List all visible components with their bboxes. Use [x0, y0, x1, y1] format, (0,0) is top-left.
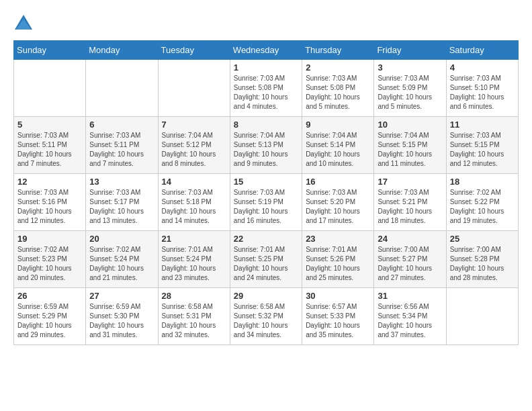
day-info: Sunrise: 7:01 AM Sunset: 5:26 PM Dayligh… [306, 245, 370, 283]
day-cell: 14Sunrise: 7:03 AM Sunset: 5:18 PM Dayli… [158, 174, 230, 231]
weekday-header-row: SundayMondayTuesdayWednesdayThursdayFrid… [14, 41, 519, 60]
day-number: 15 [234, 177, 298, 187]
day-number: 27 [89, 291, 154, 301]
day-cell: 23Sunrise: 7:01 AM Sunset: 5:26 PM Dayli… [302, 231, 374, 288]
day-info: Sunrise: 6:58 AM Sunset: 5:32 PM Dayligh… [234, 302, 298, 340]
weekday-header-monday: Monday [86, 41, 158, 60]
day-info: Sunrise: 7:04 AM Sunset: 5:15 PM Dayligh… [378, 131, 442, 169]
day-cell: 29Sunrise: 6:58 AM Sunset: 5:32 PM Dayli… [230, 288, 302, 345]
day-number: 14 [162, 177, 226, 187]
day-number: 16 [306, 177, 370, 187]
day-info: Sunrise: 6:57 AM Sunset: 5:33 PM Dayligh… [306, 302, 370, 340]
day-cell: 10Sunrise: 7:04 AM Sunset: 5:15 PM Dayli… [374, 117, 446, 174]
day-info: Sunrise: 7:04 AM Sunset: 5:14 PM Dayligh… [306, 131, 370, 169]
day-cell: 8Sunrise: 7:04 AM Sunset: 5:13 PM Daylig… [230, 117, 302, 174]
day-cell: 13Sunrise: 7:03 AM Sunset: 5:17 PM Dayli… [86, 174, 158, 231]
day-info: Sunrise: 7:03 AM Sunset: 5:08 PM Dayligh… [234, 74, 298, 111]
day-number: 9 [306, 120, 370, 130]
day-number: 8 [234, 120, 298, 130]
day-cell: 9Sunrise: 7:04 AM Sunset: 5:14 PM Daylig… [302, 117, 374, 174]
day-info: Sunrise: 7:04 AM Sunset: 5:13 PM Dayligh… [234, 131, 298, 169]
day-number: 28 [162, 291, 226, 301]
week-row-3: 12Sunrise: 7:03 AM Sunset: 5:16 PM Dayli… [14, 174, 519, 231]
day-number: 13 [89, 177, 154, 187]
logo [13, 13, 35, 34]
day-cell: 26Sunrise: 6:59 AM Sunset: 5:29 PM Dayli… [14, 288, 86, 345]
day-number: 31 [378, 291, 442, 301]
day-info: Sunrise: 7:03 AM Sunset: 5:09 PM Dayligh… [378, 74, 442, 111]
day-cell: 30Sunrise: 6:57 AM Sunset: 5:33 PM Dayli… [302, 288, 374, 345]
day-cell: 31Sunrise: 6:56 AM Sunset: 5:34 PM Dayli… [374, 288, 446, 345]
day-info: Sunrise: 7:03 AM Sunset: 5:10 PM Dayligh… [450, 74, 515, 111]
day-cell: 17Sunrise: 7:03 AM Sunset: 5:21 PM Dayli… [374, 174, 446, 231]
day-info: Sunrise: 7:03 AM Sunset: 5:17 PM Dayligh… [89, 188, 154, 226]
day-number: 19 [17, 234, 82, 244]
day-info: Sunrise: 7:04 AM Sunset: 5:12 PM Dayligh… [162, 131, 226, 169]
day-cell: 12Sunrise: 7:03 AM Sunset: 5:16 PM Dayli… [14, 174, 86, 231]
day-number: 7 [162, 120, 226, 130]
day-cell: 21Sunrise: 7:01 AM Sunset: 5:24 PM Dayli… [158, 231, 230, 288]
day-info: Sunrise: 6:59 AM Sunset: 5:29 PM Dayligh… [17, 302, 82, 340]
weekday-header-thursday: Thursday [302, 41, 374, 60]
day-info: Sunrise: 6:56 AM Sunset: 5:34 PM Dayligh… [378, 302, 442, 340]
week-row-4: 19Sunrise: 7:02 AM Sunset: 5:23 PM Dayli… [14, 231, 519, 288]
day-cell: 25Sunrise: 7:00 AM Sunset: 5:28 PM Dayli… [446, 231, 518, 288]
day-number: 22 [234, 234, 298, 244]
day-number: 6 [89, 120, 154, 130]
day-number: 10 [378, 120, 442, 130]
day-info: Sunrise: 7:00 AM Sunset: 5:28 PM Dayligh… [450, 245, 515, 283]
weekday-header-saturday: Saturday [446, 41, 518, 60]
day-number: 3 [378, 62, 442, 73]
day-cell [158, 60, 230, 117]
weekday-header-wednesday: Wednesday [230, 41, 302, 60]
day-cell: 15Sunrise: 7:03 AM Sunset: 5:19 PM Dayli… [230, 174, 302, 231]
day-info: Sunrise: 7:00 AM Sunset: 5:27 PM Dayligh… [378, 245, 442, 283]
day-cell: 27Sunrise: 6:59 AM Sunset: 5:30 PM Dayli… [86, 288, 158, 345]
day-cell: 3Sunrise: 7:03 AM Sunset: 5:09 PM Daylig… [374, 60, 446, 117]
day-number: 4 [450, 62, 515, 73]
week-row-1: 1Sunrise: 7:03 AM Sunset: 5:08 PM Daylig… [14, 60, 519, 117]
day-number: 26 [17, 291, 82, 301]
day-info: Sunrise: 7:03 AM Sunset: 5:21 PM Dayligh… [378, 188, 442, 226]
weekday-header-friday: Friday [374, 41, 446, 60]
day-number: 17 [378, 177, 442, 187]
day-number: 20 [89, 234, 154, 244]
day-cell: 16Sunrise: 7:03 AM Sunset: 5:20 PM Dayli… [302, 174, 374, 231]
day-cell: 11Sunrise: 7:03 AM Sunset: 5:15 PM Dayli… [446, 117, 518, 174]
day-info: Sunrise: 7:03 AM Sunset: 5:18 PM Dayligh… [162, 188, 226, 226]
day-number: 29 [234, 291, 298, 301]
day-cell: 2Sunrise: 7:03 AM Sunset: 5:08 PM Daylig… [302, 60, 374, 117]
day-info: Sunrise: 7:03 AM Sunset: 5:11 PM Dayligh… [17, 131, 82, 169]
day-cell [446, 288, 518, 345]
day-cell [14, 60, 86, 117]
day-number: 25 [450, 234, 515, 244]
day-cell: 28Sunrise: 6:58 AM Sunset: 5:31 PM Dayli… [158, 288, 230, 345]
day-number: 21 [162, 234, 226, 244]
weekday-header-sunday: Sunday [14, 41, 86, 60]
day-cell: 20Sunrise: 7:02 AM Sunset: 5:24 PM Dayli… [86, 231, 158, 288]
day-cell: 7Sunrise: 7:04 AM Sunset: 5:12 PM Daylig… [158, 117, 230, 174]
day-cell [86, 60, 158, 117]
day-number: 1 [234, 62, 298, 73]
day-info: Sunrise: 7:02 AM Sunset: 5:24 PM Dayligh… [89, 245, 154, 283]
day-info: Sunrise: 7:02 AM Sunset: 5:22 PM Dayligh… [450, 188, 515, 226]
week-row-2: 5Sunrise: 7:03 AM Sunset: 5:11 PM Daylig… [14, 117, 519, 174]
day-cell: 24Sunrise: 7:00 AM Sunset: 5:27 PM Dayli… [374, 231, 446, 288]
day-cell: 6Sunrise: 7:03 AM Sunset: 5:11 PM Daylig… [86, 117, 158, 174]
day-cell: 22Sunrise: 7:01 AM Sunset: 5:25 PM Dayli… [230, 231, 302, 288]
day-cell: 5Sunrise: 7:03 AM Sunset: 5:11 PM Daylig… [14, 117, 86, 174]
day-info: Sunrise: 7:01 AM Sunset: 5:25 PM Dayligh… [234, 245, 298, 283]
day-number: 12 [17, 177, 82, 187]
day-number: 30 [306, 291, 370, 301]
day-number: 23 [306, 234, 370, 244]
day-number: 18 [450, 177, 515, 187]
day-info: Sunrise: 6:59 AM Sunset: 5:30 PM Dayligh… [89, 302, 154, 340]
day-info: Sunrise: 7:03 AM Sunset: 5:16 PM Dayligh… [17, 188, 82, 226]
day-info: Sunrise: 7:03 AM Sunset: 5:19 PM Dayligh… [234, 188, 298, 226]
day-cell: 19Sunrise: 7:02 AM Sunset: 5:23 PM Dayli… [14, 231, 86, 288]
day-number: 11 [450, 120, 515, 130]
day-cell: 18Sunrise: 7:02 AM Sunset: 5:22 PM Dayli… [446, 174, 518, 231]
day-number: 5 [17, 120, 82, 130]
weekday-header-tuesday: Tuesday [158, 41, 230, 60]
logo-icon [13, 13, 34, 34]
